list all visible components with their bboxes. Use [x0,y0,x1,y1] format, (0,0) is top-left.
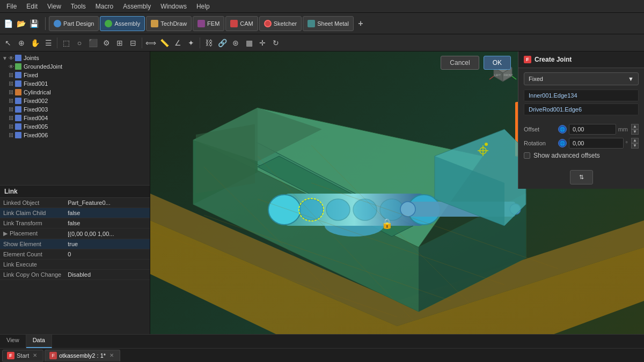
tree-item-fixed002[interactable]: ⛓ Fixed002 [0,97,150,105]
wb-sheetmetal[interactable]: Sheet Metal [303,16,354,31]
show-advanced-row[interactable]: Show advanced offsets [524,152,639,159]
offset-spin-up[interactable]: ▲ [631,124,639,129]
props-table: Linked Object Part_Feature0... Link Clai… [0,198,150,280]
tree-item-fixed003[interactable]: ⛓ Fixed003 [0,105,150,114]
tab-start-label: Start [17,352,29,359]
offset-globe-icon[interactable]: 🌐 [558,125,567,134]
tool-cyl[interactable]: ⬛ [87,37,99,49]
svg-line-46 [512,76,516,79]
tool-sphere[interactable]: ○ [74,37,85,49]
prop-row-linked-object[interactable]: Linked Object Part_Feature0... [0,198,150,208]
panel-tabs: View Data [0,334,644,348]
tool-pan[interactable]: ✋ [29,37,41,49]
viewport[interactable]: 🔒 TOP LEFT FRONT Cancel [150,51,644,334]
action-buttons: Cancel OK [441,56,511,70]
flip-icon: ⇅ [579,174,584,181]
tool-snap[interactable]: ✦ [185,37,197,49]
tab-view[interactable]: View [0,335,26,348]
cj-icon-btn-row: ⇅ [518,168,644,189]
tool-rotate[interactable]: ↻ [270,37,282,49]
tool-select[interactable]: ⊕ [16,37,27,49]
tool-angle[interactable]: ∠ [172,37,184,49]
wb-partdesign[interactable]: Part Design [49,16,99,31]
wb-cam[interactable]: CAM [225,16,258,31]
joint-type-dropdown[interactable]: Fixed ▼ [524,72,639,85]
prop-row-placement[interactable]: ▶Placement [(0,00 0,00 1,00... [0,228,150,239]
prop-row-link-copy-on-change[interactable]: Link Copy On Change Disabled [0,270,150,280]
eye-icon[interactable]: 👁 [9,55,14,61]
model-tree: ▼ 👁 Joints 👁 GroundedJoint ⛓ Fixed ⛓ [0,51,150,186]
open-file-icon[interactable]: 📂 [15,18,27,29]
add-workbench-icon[interactable]: + [355,18,367,29]
tool-joint[interactable]: ⛓ [203,37,215,49]
prop-row-link-execute[interactable]: Link Execute [0,260,150,270]
rotation-spin-up[interactable]: ▲ [631,138,639,143]
svg-point-14 [353,199,377,220]
tool-move[interactable]: ✛ [257,37,268,49]
edge1-item[interactable]: Inner001.Edge134 [524,90,639,101]
tree-item-joints[interactable]: ▼ 👁 Joints [0,54,150,62]
create-joint-title: Create Joint [535,56,572,63]
tool-box[interactable]: ⬚ [60,37,72,49]
left-panel: ▼ 👁 Joints 👁 GroundedJoint ⛓ Fixed ⛓ [0,51,150,334]
tree-item-fixed006[interactable]: ⛓ Fixed006 [0,131,150,139]
tool-plane[interactable]: ▦ [243,37,255,49]
prop-row-link-claim-child[interactable]: Link Claim Child false [0,208,150,218]
cancel-button[interactable]: Cancel [441,56,479,70]
tree-item-fixed005[interactable]: ⛓ Fixed005 [0,122,150,131]
prop-row-element-count[interactable]: Element Count 0 [0,249,150,260]
menu-assembly[interactable]: Assembly [119,2,155,11]
rotation-globe-icon[interactable]: 🌐 [558,139,567,147]
tool-arrow[interactable]: ↖ [2,37,14,49]
rotation-input[interactable] [569,138,624,149]
save-file-icon[interactable]: 💾 [28,18,40,29]
menu-macro[interactable]: Macro [91,2,118,11]
tab-start-close[interactable]: ✕ [31,352,39,359]
wb-assembly[interactable]: Assembly [100,16,145,31]
menu-edit[interactable]: Edit [22,2,42,11]
edge2-item[interactable]: DriveRod001.Edge6 [524,104,639,115]
wb-techdraw[interactable]: TechDraw [146,16,192,31]
tool-minus[interactable]: ⊟ [127,37,139,49]
offset-spin-down[interactable]: ▼ [631,129,639,135]
svg-point-37 [485,143,488,146]
tab-assembly-close[interactable]: ✕ [108,352,115,359]
wb-sketcher[interactable]: Sketcher [259,16,302,31]
wb-fem[interactable]: FEM [193,16,224,31]
flip-joint-button[interactable]: ⇅ [570,170,593,184]
menu-file[interactable]: File [2,2,21,11]
svg-point-17 [400,202,415,217]
menu-tools[interactable]: Tools [67,2,90,11]
tree-item-fixed004[interactable]: ⛓ Fixed004 [0,114,150,122]
tab-start[interactable]: F Start ✕ [2,350,43,361]
tool-measure[interactable]: 📏 [158,37,170,49]
offset-input[interactable] [569,124,616,135]
tab-assembly[interactable]: F otkassembly2 : 1* ✕ [45,350,120,361]
offset-unit: mm [618,126,628,132]
tab-data[interactable]: Data [26,335,52,348]
tool-plus[interactable]: ⊞ [114,37,126,49]
joint-params-section: Offset 🌐 mm ▲ ▼ Rotation 🌐 ° ▲ [518,122,644,168]
tree-item-fixed001[interactable]: ⛓ Fixed001 [0,79,150,88]
tool-link[interactable]: 🔗 [216,37,228,49]
tree-item-groundedjoint[interactable]: 👁 GroundedJoint [0,62,150,71]
tool-list[interactable]: ☰ [42,37,54,49]
ok-button[interactable]: OK [484,56,511,70]
menu-view[interactable]: View [43,2,65,11]
menu-help[interactable]: Help [192,2,214,11]
prop-row-show-element[interactable]: Show Element true [0,239,150,249]
lock-icon: 🔒 [381,218,392,228]
new-file-icon[interactable]: 📄 [2,18,14,29]
menu-windows[interactable]: Windows [156,2,191,11]
prop-row-link-transform[interactable]: Link Transform false [0,218,150,228]
tool-gear[interactable]: ⚙ [100,37,112,49]
tree-item-cylindrical[interactable]: ⛓ Cylindrical [0,88,150,97]
rotation-spin-down[interactable]: ▼ [631,143,639,149]
tool-axis[interactable]: ⊛ [230,37,241,49]
show-advanced-checkbox[interactable] [524,152,530,159]
tool-dim[interactable]: ⟺ [145,37,157,49]
tree-item-fixed[interactable]: ⛓ Fixed [0,71,150,79]
svg-point-13 [326,199,350,220]
create-joint-panel: F Create Joint Fixed ▼ Inner001.Edge134 … [518,51,644,189]
offset-row: Offset 🌐 mm ▲ ▼ [524,124,639,135]
